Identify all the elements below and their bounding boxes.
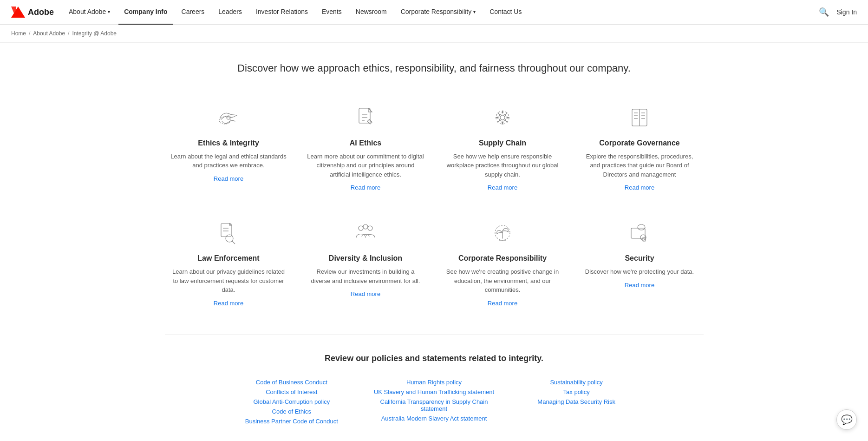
- main-content: Discover how we approach ethics, respons…: [156, 43, 713, 441]
- policy-managing-data-security[interactable]: Managing Data Security Risk: [510, 397, 643, 407]
- card-desc-corporate-responsibility: See how we're creating positive change i…: [444, 267, 562, 295]
- card-desc-law-enforcement: Learn about our privacy guidelines relat…: [170, 267, 288, 295]
- card-link-corporate-responsibility[interactable]: Read more: [488, 300, 517, 307]
- diversity-inclusion-icon: [307, 219, 425, 247]
- navigation: Adobe About Adobe ▾ Company Info Careers…: [0, 0, 868, 25]
- card-title-law-enforcement: Law Enforcement: [170, 254, 288, 263]
- people-icon: [353, 221, 378, 245]
- nav-events[interactable]: Events: [316, 0, 347, 25]
- card-desc-corporate-governance: Explore the responsibilities, procedures…: [581, 152, 699, 179]
- logo-text: Adobe: [28, 7, 54, 17]
- card-ethics-integrity: Ethics & Integrity Learn about the legal…: [165, 99, 293, 196]
- card-security: Security Discover how we're protecting y…: [576, 214, 704, 311]
- policy-australia-slavery[interactable]: Australia Modern Slavery Act statement: [367, 414, 501, 423]
- card-desc-security: Discover how we're protecting your data.: [581, 267, 699, 276]
- svg-point-25: [359, 226, 363, 230]
- adobe-logo[interactable]: Adobe: [11, 7, 54, 18]
- section-divider: [165, 335, 704, 335]
- card-link-ethics-integrity[interactable]: Read more: [214, 175, 243, 182]
- nav-leaders[interactable]: Leaders: [213, 0, 248, 25]
- nav-careers[interactable]: Careers: [176, 0, 210, 25]
- card-link-ai-ethics[interactable]: Read more: [351, 184, 380, 191]
- svg-point-11: [500, 115, 505, 120]
- nav-newsroom[interactable]: Newsroom: [350, 0, 392, 25]
- card-desc-ethics-integrity: Learn about the legal and ethical standa…: [170, 152, 288, 170]
- handshake-icon: [216, 105, 241, 130]
- card-title-ai-ethics: AI Ethics: [307, 139, 425, 147]
- chat-icon: 💬: [841, 414, 853, 425]
- cards-grid: Ethics & Integrity Learn about the legal…: [165, 99, 704, 311]
- card-link-supply-chain[interactable]: Read more: [488, 184, 517, 191]
- breadcrumb-sep-2: /: [68, 30, 69, 37]
- ai-ethics-icon: [307, 104, 425, 132]
- page-headline: Discover how we approach ethics, respons…: [165, 61, 704, 76]
- svg-line-8: [369, 119, 372, 122]
- policies-headline: Review our policies and statements relat…: [165, 354, 704, 363]
- card-desc-supply-chain: See how we help ensure responsible workp…: [444, 152, 562, 179]
- card-link-corporate-governance[interactable]: Read more: [625, 184, 654, 191]
- card-title-corporate-governance: Corporate Governance: [581, 139, 699, 147]
- policies-grid: Code of Business Conduct Conflicts of In…: [225, 377, 643, 426]
- supply-chain-icon: [444, 104, 562, 132]
- card-title-supply-chain: Supply Chain: [444, 139, 562, 147]
- corporate-responsibility-icon: [444, 219, 562, 247]
- breadcrumb-home[interactable]: Home: [11, 30, 26, 37]
- nav-corporate-responsibility[interactable]: Corporate Responsibility ▾: [395, 0, 482, 25]
- card-title-corporate-responsibility: Corporate Responsibility: [444, 254, 562, 263]
- card-title-security: Security: [581, 254, 699, 263]
- svg-point-2: [219, 117, 230, 124]
- law-enforcement-icon: [170, 219, 288, 247]
- nav-contact-us[interactable]: Contact Us: [484, 0, 527, 25]
- policy-california-transparency[interactable]: California Transparency in Supply Chain …: [367, 397, 501, 414]
- policy-sustainability[interactable]: Sustainability policy: [510, 377, 643, 387]
- gear-icon: [490, 105, 515, 130]
- svg-point-26: [363, 224, 368, 229]
- policies-section: Review our policies and statements relat…: [165, 354, 704, 441]
- card-diversity-inclusion: Diversity & Inclusion Review our investm…: [302, 214, 430, 311]
- svg-line-24: [232, 241, 235, 244]
- card-corporate-responsibility: Corporate Responsibility See how we're c…: [439, 214, 567, 311]
- search-icon[interactable]: 🔍: [819, 7, 829, 17]
- magnify-doc-icon: [216, 221, 241, 245]
- ethics-integrity-icon: [170, 104, 288, 132]
- svg-point-3: [227, 116, 230, 119]
- card-desc-ai-ethics: Learn more about our commitment to digit…: [307, 152, 425, 179]
- breadcrumb-current: Integrity @ Adobe: [72, 30, 117, 37]
- card-supply-chain: Supply Chain See how we help ensure resp…: [439, 99, 567, 196]
- plant-icon: [490, 221, 515, 245]
- policy-code-business-conduct[interactable]: Code of Business Conduct: [225, 377, 359, 387]
- breadcrumb: Home / About Adobe / Integrity @ Adobe: [0, 25, 868, 43]
- card-corporate-governance: Corporate Governance Explore the respons…: [576, 99, 704, 196]
- policy-code-ethics[interactable]: Code of Ethics: [225, 407, 359, 416]
- policy-tax[interactable]: Tax policy: [510, 387, 643, 397]
- chevron-down-icon: ▾: [108, 9, 110, 14]
- policy-business-partner-code[interactable]: Business Partner Code of Conduct: [225, 416, 359, 426]
- chat-button[interactable]: 💬: [836, 409, 857, 430]
- nav-investor-relations[interactable]: Investor Relations: [250, 0, 313, 25]
- signin-button[interactable]: Sign In: [836, 8, 857, 16]
- breadcrumb-about-adobe[interactable]: About Adobe: [33, 30, 65, 37]
- card-link-law-enforcement[interactable]: Read more: [214, 300, 243, 307]
- chevron-down-icon: ▾: [473, 9, 476, 14]
- policy-conflicts-interest[interactable]: Conflicts of Interest: [225, 387, 359, 397]
- nav-company-info[interactable]: Company Info: [118, 0, 173, 25]
- svg-rect-30: [638, 224, 645, 230]
- breadcrumb-sep-1: /: [29, 30, 30, 37]
- card-title-diversity-inclusion: Diversity & Inclusion: [307, 254, 425, 263]
- policy-global-anti-corruption[interactable]: Global Anti-Corruption policy: [225, 397, 359, 407]
- policy-uk-slavery[interactable]: UK Slavery and Human Trafficking stateme…: [367, 387, 501, 397]
- card-ai-ethics: AI Ethics Learn more about our commitmen…: [302, 99, 430, 196]
- policy-human-rights[interactable]: Human Rights policy: [367, 377, 501, 387]
- card-desc-diversity-inclusion: Review our investments in building a div…: [307, 267, 425, 285]
- card-link-security[interactable]: Read more: [625, 282, 654, 289]
- nav-about-adobe[interactable]: About Adobe ▾: [63, 0, 116, 25]
- lock-screen-icon: [627, 221, 652, 245]
- card-title-ethics-integrity: Ethics & Integrity: [170, 139, 288, 147]
- adobe-logo-icon: [11, 7, 25, 18]
- card-law-enforcement: Law Enforcement Learn about our privacy …: [165, 214, 293, 311]
- svg-point-23: [226, 235, 233, 242]
- policies-col-1: Code of Business Conduct Conflicts of In…: [225, 377, 359, 426]
- policies-col-2: Human Rights policy UK Slavery and Human…: [367, 377, 501, 426]
- policies-col-3: Sustainability policy Tax policy Managin…: [510, 377, 643, 426]
- card-link-diversity-inclusion[interactable]: Read more: [351, 290, 380, 297]
